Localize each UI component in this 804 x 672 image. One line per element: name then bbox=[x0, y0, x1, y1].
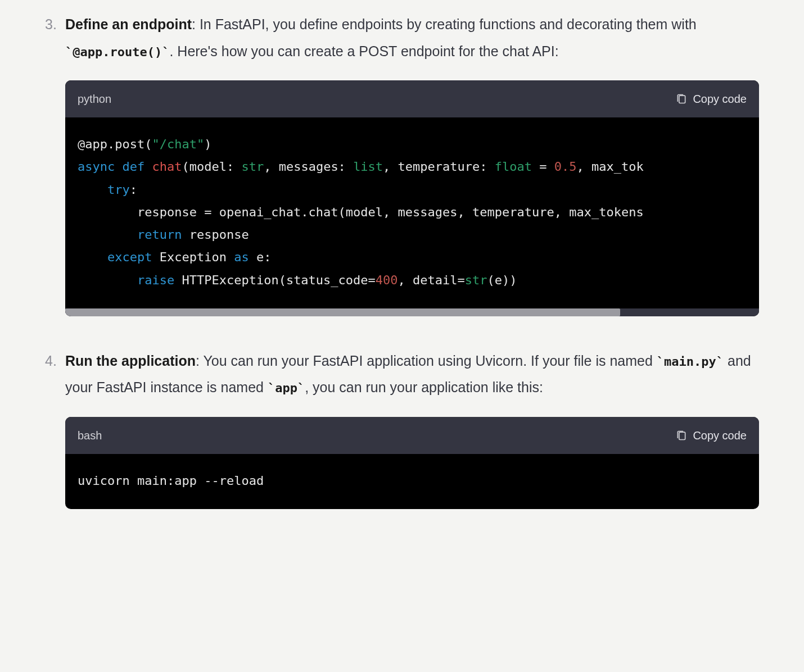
code-block: bash Copy code uvicorn main:app --reload bbox=[65, 417, 759, 509]
code-pre: uvicorn main:app --reload bbox=[78, 470, 747, 492]
copy-code-button[interactable]: Copy code bbox=[676, 425, 747, 446]
copy-code-label: Copy code bbox=[693, 425, 747, 446]
svg-rect-1 bbox=[679, 432, 685, 439]
step-item: Define an endpoint: In FastAPI, you defi… bbox=[45, 11, 759, 316]
code-lang-label: bash bbox=[78, 425, 102, 446]
step-title: Define an endpoint bbox=[65, 16, 192, 32]
step-text: . Here's how you can create a POST endpo… bbox=[169, 43, 558, 59]
copy-code-button[interactable]: Copy code bbox=[676, 88, 747, 110]
inline-code: `main.py` bbox=[657, 355, 724, 369]
step-text: , you can run your application like this… bbox=[305, 379, 543, 395]
code-lang-label: python bbox=[78, 88, 111, 110]
step-text: : In FastAPI, you define endpoints by cr… bbox=[192, 16, 697, 32]
clipboard-icon bbox=[676, 93, 687, 105]
step-title: Run the application bbox=[65, 353, 196, 369]
code-body-wrap: @app.post("/chat") async def chat(model:… bbox=[65, 117, 759, 316]
copy-code-label: Copy code bbox=[693, 88, 747, 110]
svg-rect-0 bbox=[679, 96, 685, 103]
code-block: python Copy code @app.post("/chat") bbox=[65, 80, 759, 316]
code-block-header: bash Copy code bbox=[65, 417, 759, 454]
document-content: Define an endpoint: In FastAPI, you defi… bbox=[0, 11, 804, 509]
inline-code: `@app.route()` bbox=[65, 45, 169, 59]
code-pre: @app.post("/chat") async def chat(model:… bbox=[78, 133, 747, 292]
ordered-steps: Define an endpoint: In FastAPI, you defi… bbox=[45, 11, 759, 509]
code-body[interactable]: uvicorn main:app --reload bbox=[65, 454, 759, 509]
inline-code: `app` bbox=[268, 381, 305, 395]
step-text: : You can run your FastAPI application u… bbox=[196, 353, 657, 369]
code-body[interactable]: @app.post("/chat") async def chat(model:… bbox=[65, 117, 759, 308]
horizontal-scrollbar[interactable] bbox=[65, 308, 759, 316]
scrollbar-thumb[interactable] bbox=[65, 308, 620, 316]
code-block-header: python Copy code bbox=[65, 80, 759, 117]
clipboard-icon bbox=[676, 429, 687, 442]
step-item: Run the application: You can run your Fa… bbox=[45, 348, 759, 509]
